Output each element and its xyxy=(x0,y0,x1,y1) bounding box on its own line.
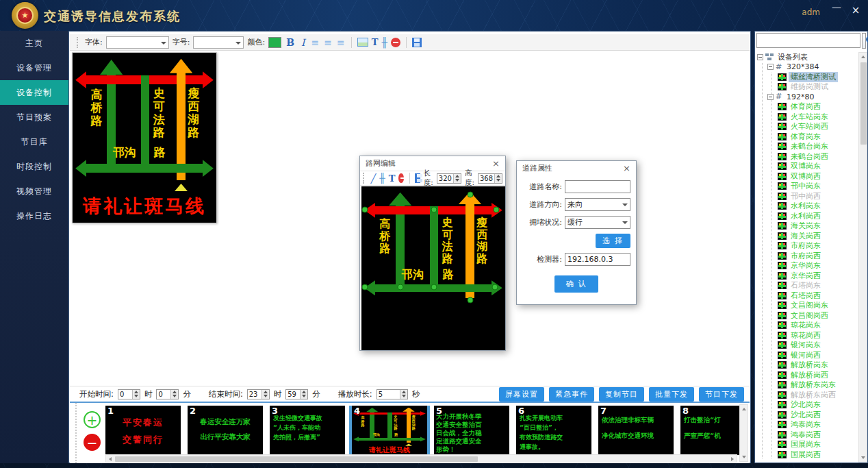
align-center-icon[interactable]: ≡ xyxy=(323,37,333,48)
save-icon[interactable] xyxy=(415,173,420,183)
save-icon[interactable] xyxy=(412,38,422,47)
tree-collapse-icon[interactable] xyxy=(767,64,774,70)
tree-node-device[interactable]: 解放桥岗西 xyxy=(755,370,858,380)
sidebar-item-video-mgmt[interactable]: 视频管理 xyxy=(0,179,68,204)
led-preview-panel[interactable]: 高桥路史可法路瘦西湖路邗沟路请礼让斑马线 xyxy=(72,52,217,223)
confirm-button[interactable]: 确 认 xyxy=(554,275,598,293)
close-icon[interactable]: × xyxy=(492,158,500,169)
road-middle-shaft[interactable] xyxy=(430,206,439,287)
tree-node-device[interactable]: 解放桥岗东 xyxy=(755,360,858,371)
tree-node-device[interactable]: 体育岗东 xyxy=(755,132,858,142)
insert-image-icon[interactable] xyxy=(357,38,368,47)
height-stepper[interactable]: 368 xyxy=(478,173,502,184)
tree-node-device[interactable]: 邗中岗东 xyxy=(755,182,858,192)
sidebar-item-program-plan[interactable]: 节目预案 xyxy=(0,105,68,130)
add-program-button[interactable]: + xyxy=(84,411,101,428)
send-program-button[interactable]: 节目下发 xyxy=(699,387,744,402)
italic-button[interactable]: I xyxy=(299,37,307,48)
tree-node-device[interactable]: 沙北岗东 xyxy=(755,400,858,410)
align-left-icon[interactable]: ≡ xyxy=(311,37,320,48)
end-minute-stepper[interactable]: 59 xyxy=(285,389,308,399)
tree-node-device[interactable]: 来鹤台岗东 xyxy=(755,142,858,152)
start-hour-stepper[interactable]: 0 xyxy=(118,389,140,399)
username-label[interactable]: adm xyxy=(802,8,820,17)
tree-node-device[interactable]: 来鹤台岗西 xyxy=(755,151,858,162)
tree-node-root[interactable]: 设备列表 xyxy=(755,52,858,62)
tree-node-device[interactable]: 水利岗东 xyxy=(755,201,858,212)
tree-node-device[interactable]: 解放桥东岗西 xyxy=(755,390,858,400)
delete-icon[interactable] xyxy=(398,173,403,183)
minimize-button[interactable]: — xyxy=(830,1,843,12)
road-direction-select[interactable]: 来向 xyxy=(565,198,630,211)
sidebar-item-device-mgmt[interactable]: 设备管理 xyxy=(0,56,68,80)
duration-stepper[interactable]: 5 xyxy=(376,389,408,399)
edit-handle[interactable] xyxy=(494,206,500,212)
color-swatch[interactable] xyxy=(268,37,281,48)
align-right-icon[interactable]: ≡ xyxy=(336,37,346,48)
road-network-tool-icon[interactable]: ╫ xyxy=(381,37,387,48)
tree-node-device[interactable]: 螺丝湾桥测试 xyxy=(755,72,858,82)
tree-node-device[interactable]: 海关岗西 xyxy=(755,231,858,241)
close-button[interactable]: × xyxy=(849,4,863,16)
text-tool-button[interactable]: T xyxy=(372,37,379,47)
tree-node-device[interactable]: 邗中岗西 xyxy=(755,191,858,201)
toolbar-grip[interactable] xyxy=(77,37,79,48)
sidebar-item-device-control[interactable]: 设备控制 xyxy=(0,80,68,105)
playlist-item-6[interactable]: 6 扎实开展电动车 “百日整治”， 有效预防道路交 通事故。 xyxy=(516,406,591,455)
edit-handle[interactable] xyxy=(397,284,403,291)
tree-node-device[interactable]: 文昌阁岗西 xyxy=(755,310,858,321)
select-button[interactable]: 选 择 xyxy=(596,234,630,248)
bold-button[interactable]: B xyxy=(285,37,296,48)
tree-node-device[interactable]: 国展岗西 xyxy=(755,449,858,460)
tree-node-device[interactable]: 解放桥东岗东 xyxy=(755,380,858,391)
tree-node-device[interactable]: 双博岗东 xyxy=(755,162,858,172)
search-button[interactable] xyxy=(862,33,866,49)
tree-node-device[interactable]: 维扬岗测试 xyxy=(755,82,858,93)
road-name-input[interactable] xyxy=(565,180,630,193)
playlist-item-8[interactable]: 8 打击整治“灯 严查严惩“机 xyxy=(680,406,741,455)
tree-node-device[interactable]: 体育岗西 xyxy=(755,102,858,112)
playlist-item-5[interactable]: 5 大力开展秋冬季 交通安全整治百 日会战，全力稳 定道路交通安全 形势！ xyxy=(434,406,509,455)
tree-node-device[interactable]: 水利岗西 xyxy=(755,211,858,221)
edit-handle[interactable] xyxy=(362,284,368,291)
tree-node-device[interactable]: 沙北岗西 xyxy=(755,410,858,420)
tree-node-device[interactable]: 市府岗西 xyxy=(755,251,858,261)
end-hour-stepper[interactable]: 23 xyxy=(247,389,270,399)
tree-collapse-icon[interactable] xyxy=(757,54,763,60)
font-select[interactable] xyxy=(106,36,169,49)
tree-node-device[interactable]: 银河岗西 xyxy=(755,350,858,360)
edit-handle[interactable] xyxy=(431,284,437,291)
tree-node-group[interactable]: 192*80 xyxy=(755,92,858,102)
length-stepper[interactable]: 320 xyxy=(437,173,461,184)
detector-input[interactable]: 192.168.0.3 xyxy=(565,253,630,266)
tree-node-device[interactable]: 国展岗东 xyxy=(755,440,858,450)
tree-node-device[interactable]: 京华岗西 xyxy=(755,271,858,281)
tree-node-device[interactable]: 海关岗东 xyxy=(755,221,858,232)
road-tool-icon[interactable]: ╫ xyxy=(379,173,385,184)
tree-node-device[interactable]: 双博岗西 xyxy=(755,171,858,182)
playlist-item-3[interactable]: 3 发生轻微交通事故 “人未伤，车能动 先拍照，后撤离” xyxy=(270,406,345,455)
batch-send-button[interactable]: 批量下发 xyxy=(649,387,694,402)
device-tree-scrollbar[interactable] xyxy=(858,52,867,463)
screen-settings-button[interactable]: 屏幕设置 xyxy=(499,387,544,402)
sidebar-item-time-control[interactable]: 时段控制 xyxy=(0,154,68,179)
road-left-arrowhead[interactable] xyxy=(389,193,412,206)
tree-node-device[interactable]: 石塔岗东 xyxy=(755,281,858,291)
tree-node-device[interactable]: 琼花岗东 xyxy=(755,321,858,331)
text-tool-button[interactable]: T xyxy=(389,173,396,184)
copy-program-button[interactable]: 复制节目 xyxy=(599,387,644,402)
remove-program-button[interactable]: − xyxy=(84,434,101,451)
roadnet-edit-canvas[interactable]: 高桥路史可法路瘦西湖路邗沟路 xyxy=(361,186,505,350)
tree-node-device[interactable]: 琼花岗西 xyxy=(755,330,858,341)
tree-node-device[interactable]: 火车站岗西 xyxy=(755,122,858,132)
edit-canvas[interactable]: 高桥路史可法路瘦西湖路邗沟路请礼让斑马线 路网编辑 × ╱ ╫ T 长度: 32… xyxy=(70,51,750,386)
emergency-event-button[interactable]: 紧急事件 xyxy=(549,387,594,402)
tree-node-device[interactable]: 市府岗东 xyxy=(755,241,858,251)
sidebar-item-program-library[interactable]: 节目库 xyxy=(0,130,68,154)
tree-node-device[interactable]: 石塔岗西 xyxy=(755,291,858,301)
sidebar-item-operation-log[interactable]: 操作日志 xyxy=(0,204,68,228)
draw-line-icon[interactable]: ╱ xyxy=(371,173,376,184)
device-search-input[interactable] xyxy=(756,33,860,48)
close-icon[interactable]: × xyxy=(623,163,630,173)
playlist-item-4-selected[interactable]: 4 高桥路史可法路瘦西湖路邗沟路请礼让斑马线 xyxy=(352,406,427,455)
